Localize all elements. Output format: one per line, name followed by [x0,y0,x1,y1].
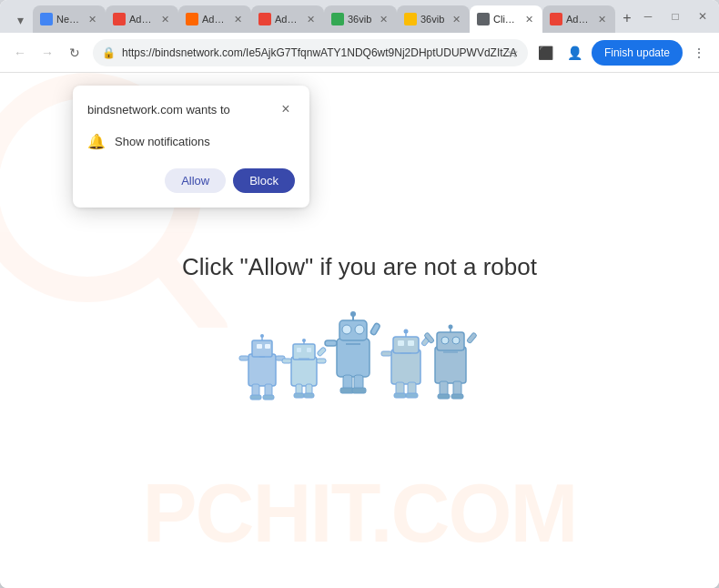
tab-adblock-4[interactable]: AdBlo ✕ [542,5,615,33]
svg-rect-67 [451,394,463,399]
finish-update-button[interactable]: Finish update [592,40,683,66]
reload-button[interactable]: ↻ [62,40,87,66]
block-button[interactable]: Block [233,168,295,193]
tab-close-button[interactable]: ✕ [595,13,608,25]
watermark-brand-text: PCHIT.COM [0,467,719,561]
svg-rect-49 [381,351,391,356]
popup-notification-row: 🔔 Show notifications [87,129,295,154]
tab-close-button[interactable]: ✕ [450,13,462,25]
svg-point-21 [302,339,306,342]
popup-close-button[interactable]: × [277,100,295,118]
tab-adblock-3[interactable]: AdBlo ✕ [251,5,324,33]
browser-window: ▾ New T ✕ AdBlo ✕ AdBlo ✕ AdBlo ✕ 36vib … [0,0,719,588]
url-bar-container: 🔒 ☆ [93,39,528,66]
tab-adblock-2[interactable]: AdBlo ✕ [178,5,251,33]
svg-point-57 [441,337,449,344]
tab-label: Click / [493,14,519,25]
tab-36vib-2[interactable]: 36vib ✕ [397,5,470,33]
svg-rect-45 [408,340,414,346]
popup-header: bindsnetwork.com wants to × [87,100,295,118]
bell-icon: 🔔 [87,133,106,150]
tab-close-button[interactable]: ✕ [158,13,171,25]
svg-rect-28 [304,393,314,398]
svg-rect-18 [307,348,311,352]
svg-rect-53 [394,393,406,398]
svg-rect-17 [297,348,301,352]
tab-favicon [331,13,344,25]
svg-rect-56 [437,332,464,350]
tab-label: 36vib [348,14,373,25]
svg-rect-13 [250,395,261,400]
new-tab-button[interactable]: + [619,5,635,31]
tab-label: AdBlo [202,14,228,25]
svg-rect-66 [438,394,450,399]
page-content: PCHIT.COM Click "Allow" if you are not a… [0,73,719,588]
svg-rect-36 [325,340,337,346]
tab-favicon [258,13,271,25]
svg-rect-63 [467,332,478,343]
svg-rect-43 [393,337,419,353]
svg-rect-4 [257,344,262,349]
url-input[interactable] [93,39,528,66]
tab-favicon [40,13,53,25]
tab-adblock-1[interactable]: AdBlo ✕ [106,5,178,33]
tab-list-button[interactable]: ▾ [7,7,33,33]
forward-button[interactable]: → [35,40,60,66]
tab-new-t[interactable]: New T ✕ [33,5,106,33]
close-window-button[interactable]: ✕ [690,4,715,29]
toolbar-icons: ⬛ 👤 Finish update ⋮ [533,40,712,66]
svg-rect-5 [265,344,270,349]
svg-rect-37 [370,322,380,335]
tab-close-button[interactable]: ✕ [304,13,317,25]
notification-popup: bindsnetwork.com wants to × 🔔 Show notif… [73,86,309,208]
tab-favicon [550,13,562,25]
svg-rect-44 [398,340,404,346]
svg-rect-54 [406,393,418,398]
tab-label: AdBlo [129,14,155,25]
svg-point-32 [355,325,364,334]
robots-svg [232,309,487,427]
tab-label: AdBlo [566,14,592,25]
profile-button[interactable]: 👤 [562,40,588,66]
svg-point-48 [403,329,408,333]
nav-controls: ▾ [7,7,33,33]
allow-button[interactable]: Allow [165,168,226,193]
svg-rect-27 [294,393,304,398]
tabs-bar: ▾ New T ✕ AdBlo ✕ AdBlo ✕ AdBlo ✕ 36vib … [0,0,719,33]
tab-favicon [404,13,417,25]
nav-controls: ← → ↻ [7,40,87,66]
menu-button[interactable]: ⋮ [686,40,712,66]
robot-illustration [232,309,487,427]
tab-favicon [477,13,490,25]
tab-click-active[interactable]: Click / ✕ [470,5,542,33]
tab-close-button[interactable]: ✕ [377,13,390,25]
svg-rect-16 [293,344,315,360]
back-button[interactable]: ← [7,40,33,66]
svg-rect-41 [352,388,366,393]
tab-close-button[interactable]: ✕ [522,13,535,25]
tab-favicon [186,13,198,25]
svg-rect-23 [317,359,326,363]
svg-rect-22 [282,359,291,363]
address-bar: ← → ↻ 🔒 ☆ ⬛ 👤 Finish update ⋮ [0,33,719,73]
page-main: Click "Allow" if you are not a robot [182,253,537,427]
tab-favicon [113,13,126,25]
tab-close-button[interactable]: ✕ [231,13,244,25]
bookmark-icon[interactable]: ☆ [507,46,519,60]
extensions-button[interactable]: ⬛ [533,40,559,66]
tab-label: 36vib [420,14,446,25]
tab-close-button[interactable]: ✕ [86,13,98,25]
popup-title: bindsnetwork.com wants to [87,103,230,117]
svg-rect-2 [248,354,276,386]
svg-point-34 [350,311,356,317]
svg-rect-42 [391,350,420,384]
main-message: Click "Allow" if you are not a robot [182,253,537,281]
maximize-button[interactable]: □ [663,4,688,29]
secure-icon: 🔒 [102,46,116,59]
minimize-button[interactable]: ─ [635,4,661,29]
notification-label: Show notifications [115,135,210,148]
svg-point-31 [342,325,351,334]
tab-label: AdBlo [275,14,300,25]
tab-36vib-1[interactable]: 36vib ✕ [324,5,397,33]
svg-rect-15 [291,357,317,386]
